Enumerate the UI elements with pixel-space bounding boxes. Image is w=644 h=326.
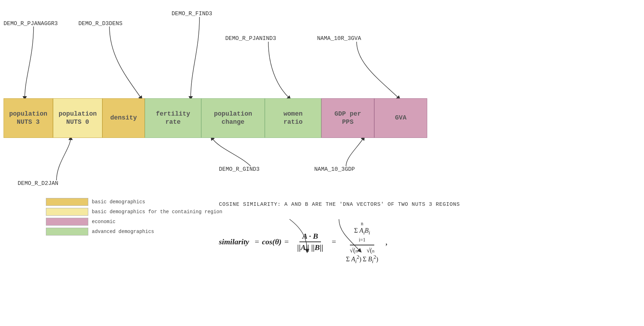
label-demo-find3: DEMO_R_FIND3 [172, 11, 212, 17]
legend: basic demographics basic demographics fo… [46, 198, 222, 238]
formula-cos-theta: cos(θ) [262, 237, 281, 246]
box-density: density [102, 98, 145, 138]
legend-label-basic: basic demographics [92, 199, 145, 205]
feature-bar: populationNUTS 3 populationNUTS 0 densit… [4, 98, 427, 138]
formula-denominator-2: √(nΣ Ai2) √(nΣ Bi2) [342, 245, 382, 266]
label-nama-10-3gdp: NAMA_10_3GDP [314, 166, 355, 173]
label-demo-gind3: DEMO_R_GIND3 [219, 166, 260, 173]
legend-item-basic-region: basic demographics for the containing re… [46, 208, 222, 216]
legend-label-advanced: advanced demographics [92, 229, 154, 234]
arrows-layer [0, 0, 644, 326]
box-gva: GVA [374, 98, 427, 138]
label-demo-d2jan: DEMO_R_D2JAN [18, 180, 58, 187]
main-diagram: DEMO_R_PJANAGGR3 DEMO_R_D3DENS DEMO_R_FI… [0, 0, 644, 326]
legend-color-basic [46, 198, 88, 206]
formula-equals-1: = [255, 237, 259, 246]
label-demo-pjanind3: DEMO_R_PJANIND3 [225, 35, 276, 42]
formula-numerator-2: n Σ AiBi i=1 [350, 218, 374, 245]
formula-denominator-1: ||A|| ||B|| [294, 242, 326, 253]
formula-similarity-label: similarity [219, 237, 249, 246]
formula-comma: , [385, 237, 388, 247]
legend-color-basic-region [46, 208, 88, 216]
legend-item-economic: economic [46, 218, 222, 226]
box-population-nuts0: populationNUTS 0 [53, 98, 102, 138]
legend-item-basic: basic demographics [46, 198, 222, 206]
box-fertility-rate: fertilityrate [145, 98, 201, 138]
formula-fraction-1: A · B ||A|| ||B|| [294, 231, 326, 253]
box-women-ratio: womenratio [265, 98, 321, 138]
label-demo-pjanaggr3: DEMO_R_PJANAGGR3 [4, 21, 58, 27]
legend-label-basic-region: basic demographics for the containing re… [92, 209, 222, 215]
box-gdp-pps: GDP perPPS [321, 98, 374, 138]
label-demo-d3dens: DEMO_R_D3DENS [78, 21, 123, 27]
legend-item-advanced: advanced demographics [46, 228, 222, 235]
formula-fraction-2: n Σ AiBi i=1 √(nΣ Ai2) √(nΣ Bi2) [342, 218, 382, 266]
box-population-change: populationchange [201, 98, 265, 138]
formula-area: COSINE SIMILARITY: A AND B ARE THE 'DNA … [219, 202, 625, 266]
legend-color-economic [46, 218, 88, 226]
legend-label-economic: economic [92, 219, 115, 225]
formula-numerator-1: A · B [299, 231, 321, 242]
formula-title: COSINE SIMILARITY: A AND B ARE THE 'DNA … [219, 202, 625, 208]
box-population-nuts3: populationNUTS 3 [4, 98, 53, 138]
legend-color-advanced [46, 228, 88, 235]
formula-equals-3: = [332, 237, 336, 246]
label-nama-10r-3gva: NAMA_10R_3GVA [317, 35, 361, 42]
formula-equals-2: = [284, 237, 288, 246]
